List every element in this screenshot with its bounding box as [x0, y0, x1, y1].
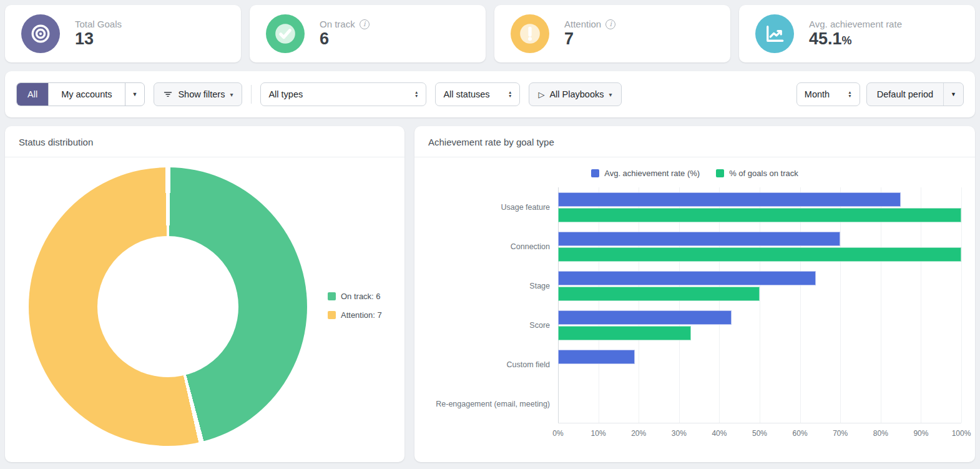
filter-lines-icon	[163, 89, 173, 99]
scope-all-button[interactable]: All	[17, 83, 48, 106]
kpi-card-avg-achievement: Avg. achievement rate 45.1%	[739, 5, 975, 62]
kpi-card-total-goals: Total Goals 13	[5, 5, 241, 62]
kpi-label-text: Attention	[564, 19, 601, 29]
donut-legend: On track: 6Attention: 7	[328, 292, 382, 320]
x-tick-label: 40%	[712, 429, 727, 438]
legend-item: Avg. achievement rate (%)	[591, 169, 700, 178]
updown-arrows-icon: ▲▼	[508, 91, 512, 98]
bar-row: Re-engagement (email, meeting)	[414, 384, 961, 423]
x-tick-label: 50%	[752, 429, 767, 438]
scope-dropdown-caret[interactable]: ▼	[125, 83, 145, 106]
legend-swatch	[328, 311, 336, 319]
show-filters-label: Show filters	[178, 89, 225, 99]
bar-row: Custom field	[414, 345, 961, 384]
statuses-select-value: All statuses	[443, 89, 489, 99]
playbooks-dropdown-button[interactable]: ▷ All Playbooks ▾	[529, 82, 621, 106]
x-tick-label: 90%	[913, 429, 928, 438]
x-tick-label: 60%	[793, 429, 808, 438]
info-icon[interactable]: i	[605, 19, 615, 29]
legend-label: Attention: 7	[341, 310, 382, 320]
updown-arrows-icon: ▲▼	[414, 91, 418, 98]
bar-chart-plot: Usage featureConnectionStageScoreCustom …	[414, 187, 961, 442]
x-tick-label: 30%	[672, 429, 687, 438]
legend-swatch	[716, 169, 724, 177]
category-label: Stage	[414, 282, 558, 290]
kpi-value: 45.1%	[809, 30, 902, 49]
bar-track	[558, 384, 961, 423]
bar-on-track	[558, 287, 760, 301]
category-label: Usage feature	[414, 203, 558, 212]
trend-chart-icon	[755, 14, 794, 53]
gridline	[961, 187, 962, 423]
exclamation-circle-icon	[511, 14, 549, 53]
kpi-value: 7	[564, 30, 615, 49]
updown-arrows-icon: ▲▼	[848, 91, 851, 98]
bar-slot	[558, 389, 961, 403]
bar-achievement	[558, 350, 635, 364]
x-tick-label: 0%	[552, 429, 563, 438]
bar-track	[558, 187, 961, 227]
types-select-value: All types	[268, 89, 303, 99]
kpi-value-suffix: %	[842, 34, 852, 47]
x-tick-label: 80%	[873, 429, 888, 438]
kpi-label: Avg. achievement rate	[809, 19, 902, 29]
bar-track	[558, 345, 961, 384]
bar-slot	[558, 287, 961, 301]
legend-label: On track: 6	[341, 292, 381, 301]
kpi-value: 13	[75, 30, 122, 49]
divider	[251, 85, 252, 104]
donut-hole	[97, 236, 238, 377]
kpi-label: Attention i	[564, 19, 615, 29]
legend-label: % of goals on track	[729, 169, 798, 178]
kpi-value-number: 45.1	[809, 29, 842, 48]
granularity-value: Month	[805, 89, 830, 99]
x-tick-label: 10%	[591, 429, 606, 438]
bar-achievement	[558, 192, 901, 207]
kpi-card-on-track: On track i 6	[250, 5, 486, 62]
account-scope-toggle: All My accounts ▼	[16, 82, 145, 106]
chevron-down-icon: ▾	[609, 91, 612, 98]
kpi-row: Total Goals 13 On track i 6	[5, 5, 975, 62]
card-title: Achievement rate by goal type	[414, 126, 975, 157]
charts-row: Status distribution On track: 6Attention…	[5, 126, 975, 462]
bar-on-track	[558, 326, 691, 340]
kpi-value: 6	[320, 30, 370, 49]
x-tick-label: 70%	[833, 429, 848, 438]
info-icon[interactable]: i	[360, 19, 370, 29]
period-dropdown-caret[interactable]: ▼	[943, 83, 963, 106]
legend-swatch	[328, 292, 336, 300]
bar-track	[558, 227, 961, 266]
bar-slot	[558, 350, 961, 364]
scope-my-accounts-button[interactable]: My accounts	[48, 83, 125, 106]
bar-slot	[558, 310, 961, 325]
bar-achievement	[558, 271, 816, 285]
bar-slot	[558, 365, 961, 380]
category-label: Custom field	[414, 360, 558, 369]
status-distribution-card: Status distribution On track: 6Attention…	[5, 126, 404, 462]
x-axis-labels: 0%10%20%30%40%50%60%70%80%90%100%	[558, 423, 961, 442]
filter-bar: All My accounts ▼ Show filters ▾ All typ…	[5, 71, 975, 117]
legend-item: Attention: 7	[328, 310, 382, 320]
card-title: Status distribution	[5, 126, 404, 157]
legend-item: On track: 6	[328, 292, 382, 301]
period-button[interactable]: Default period	[867, 83, 943, 106]
bar-track	[558, 266, 961, 305]
bar-row: Score	[414, 305, 961, 345]
bar-slot	[558, 208, 961, 222]
bar-slot	[558, 271, 961, 285]
target-icon	[21, 14, 60, 53]
statuses-select[interactable]: All statuses ▲▼	[435, 82, 520, 106]
show-filters-button[interactable]: Show filters ▾	[154, 82, 242, 106]
playbooks-label: All Playbooks	[549, 89, 604, 99]
chevron-down-icon: ▾	[230, 91, 233, 98]
bar-slot	[558, 232, 961, 246]
types-select[interactable]: All types ▲▼	[260, 82, 426, 106]
bar-chart-legend: Avg. achievement rate (%)% of goals on t…	[414, 167, 975, 179]
achievement-rate-card: Achievement rate by goal type Avg. achie…	[414, 126, 975, 462]
bar-track	[558, 305, 961, 345]
dashboard-page: Total Goals 13 On track i 6	[0, 0, 980, 469]
bar-row: Stage	[414, 266, 961, 305]
x-tick-label: 100%	[952, 429, 971, 438]
granularity-select[interactable]: Month ▲▼	[796, 82, 860, 106]
legend-label: Avg. achievement rate (%)	[604, 169, 700, 178]
